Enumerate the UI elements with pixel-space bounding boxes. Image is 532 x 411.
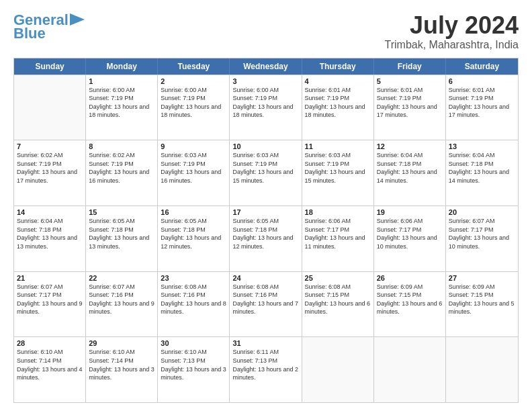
day-number: 14 (17, 208, 83, 216)
day-number: 12 (377, 142, 443, 150)
logo-arrow-icon (70, 13, 85, 26)
day-info: Sunrise: 6:10 AMSunset: 7:13 PMDaylight:… (161, 348, 226, 381)
day-number: 10 (232, 142, 298, 150)
cal-cell-w5-d3: 30Sunrise: 6:10 AMSunset: 7:13 PMDayligh… (158, 337, 230, 402)
day-info: Sunrise: 6:05 AMSunset: 7:18 PMDaylight:… (232, 217, 298, 250)
day-number: 22 (89, 274, 154, 282)
cal-cell-w3-d5: 18Sunrise: 6:06 AMSunset: 7:17 PMDayligh… (302, 206, 374, 271)
cal-cell-w2-d2: 8Sunrise: 6:02 AMSunset: 7:19 PMDaylight… (86, 140, 158, 205)
cal-cell-w4-d4: 24Sunrise: 6:08 AMSunset: 7:16 PMDayligh… (230, 272, 302, 337)
day-info: Sunrise: 6:11 AMSunset: 7:13 PMDaylight:… (232, 348, 298, 381)
day-info: Sunrise: 6:05 AMSunset: 7:18 PMDaylight:… (89, 217, 154, 250)
day-number: 28 (17, 339, 83, 347)
day-number: 27 (449, 274, 515, 282)
day-info: Sunrise: 6:08 AMSunset: 7:15 PMDaylight:… (305, 283, 371, 316)
calendar-week-4: 21Sunrise: 6:07 AMSunset: 7:17 PMDayligh… (14, 271, 518, 337)
cal-cell-w3-d1: 14Sunrise: 6:04 AMSunset: 7:18 PMDayligh… (14, 206, 86, 271)
header-monday: Monday (86, 58, 158, 75)
day-info: Sunrise: 6:05 AMSunset: 7:18 PMDaylight:… (161, 217, 226, 250)
day-info: Sunrise: 6:08 AMSunset: 7:16 PMDaylight:… (161, 283, 226, 316)
day-number: 16 (161, 208, 226, 216)
calendar: Sunday Monday Tuesday Wednesday Thursday… (13, 58, 519, 403)
day-number: 6 (449, 77, 515, 85)
cal-cell-w3-d2: 15Sunrise: 6:05 AMSunset: 7:18 PMDayligh… (86, 206, 158, 271)
day-info: Sunrise: 6:03 AMSunset: 7:19 PMDaylight:… (305, 151, 371, 185)
cal-cell-w2-d5: 11Sunrise: 6:03 AMSunset: 7:19 PMDayligh… (302, 140, 374, 205)
day-number: 23 (161, 274, 226, 282)
cal-cell-w5-d2: 29Sunrise: 6:10 AMSunset: 7:14 PMDayligh… (86, 337, 158, 402)
subtitle: Trimbak, Maharashtra, India (385, 39, 519, 51)
cal-cell-w2-d1: 7Sunrise: 6:02 AMSunset: 7:19 PMDaylight… (14, 140, 86, 205)
day-number: 2 (161, 77, 226, 85)
day-number: 30 (161, 339, 226, 347)
logo-blue-text: Blue (13, 26, 46, 42)
day-info: Sunrise: 6:03 AMSunset: 7:19 PMDaylight:… (161, 151, 226, 185)
header-sunday: Sunday (14, 58, 86, 75)
day-info: Sunrise: 6:04 AMSunset: 7:18 PMDaylight:… (449, 151, 515, 185)
cal-cell-w1-d7: 6Sunrise: 6:01 AMSunset: 7:19 PMDaylight… (446, 75, 518, 140)
day-number: 17 (232, 208, 298, 216)
day-info: Sunrise: 6:06 AMSunset: 7:17 PMDaylight:… (377, 217, 443, 250)
day-info: Sunrise: 6:08 AMSunset: 7:16 PMDaylight:… (232, 283, 298, 316)
day-number: 13 (449, 142, 515, 150)
day-number: 3 (232, 77, 298, 85)
day-number: 1 (89, 77, 154, 85)
day-info: Sunrise: 6:01 AMSunset: 7:19 PMDaylight:… (377, 86, 443, 120)
day-number: 24 (232, 274, 298, 282)
day-info: Sunrise: 6:09 AMSunset: 7:15 PMDaylight:… (377, 283, 443, 316)
cal-cell-w3-d7: 20Sunrise: 6:07 AMSunset: 7:17 PMDayligh… (446, 206, 518, 271)
svg-marker-0 (70, 13, 85, 26)
header-friday: Friday (374, 58, 446, 75)
cal-cell-w3-d3: 16Sunrise: 6:05 AMSunset: 7:18 PMDayligh… (158, 206, 230, 271)
day-number: 4 (305, 77, 371, 85)
day-info: Sunrise: 6:02 AMSunset: 7:19 PMDaylight:… (89, 151, 154, 185)
day-number: 5 (377, 77, 443, 85)
day-number: 11 (305, 142, 371, 150)
day-number: 20 (449, 208, 515, 216)
day-info: Sunrise: 6:04 AMSunset: 7:18 PMDaylight:… (377, 151, 443, 185)
cal-cell-w4-d2: 22Sunrise: 6:07 AMSunset: 7:16 PMDayligh… (86, 272, 158, 337)
day-info: Sunrise: 6:04 AMSunset: 7:18 PMDaylight:… (17, 217, 83, 250)
day-number: 8 (89, 142, 154, 150)
day-number: 26 (377, 274, 443, 282)
day-number: 31 (232, 339, 298, 347)
cal-cell-w2-d3: 9Sunrise: 6:03 AMSunset: 7:19 PMDaylight… (158, 140, 230, 205)
header-wednesday: Wednesday (230, 58, 302, 75)
day-info: Sunrise: 6:01 AMSunset: 7:19 PMDaylight:… (449, 86, 515, 120)
day-number: 15 (89, 208, 154, 216)
calendar-week-5: 28Sunrise: 6:10 AMSunset: 7:14 PMDayligh… (14, 336, 518, 402)
header-tuesday: Tuesday (158, 58, 230, 75)
cal-cell-w2-d6: 12Sunrise: 6:04 AMSunset: 7:18 PMDayligh… (374, 140, 446, 205)
cal-cell-w1-d4: 3Sunrise: 6:00 AMSunset: 7:19 PMDaylight… (230, 75, 302, 140)
cal-cell-w1-d2: 1Sunrise: 6:00 AMSunset: 7:19 PMDaylight… (86, 75, 158, 140)
day-number: 18 (305, 208, 371, 216)
header-saturday: Saturday (446, 58, 518, 75)
day-info: Sunrise: 6:00 AMSunset: 7:19 PMDaylight:… (232, 86, 298, 120)
cal-cell-w4-d5: 25Sunrise: 6:08 AMSunset: 7:15 PMDayligh… (302, 272, 374, 337)
cal-cell-w3-d4: 17Sunrise: 6:05 AMSunset: 7:18 PMDayligh… (230, 206, 302, 271)
day-info: Sunrise: 6:10 AMSunset: 7:14 PMDaylight:… (89, 348, 154, 381)
header-thursday: Thursday (302, 58, 374, 75)
calendar-week-2: 7Sunrise: 6:02 AMSunset: 7:19 PMDaylight… (14, 140, 518, 205)
header: General Blue July 2024 Trimbak, Maharash… (13, 12, 519, 51)
cal-cell-w1-d3: 2Sunrise: 6:00 AMSunset: 7:19 PMDaylight… (158, 75, 230, 140)
title-block: July 2024 Trimbak, Maharashtra, India (385, 12, 519, 51)
day-info: Sunrise: 6:00 AMSunset: 7:19 PMDaylight:… (161, 86, 226, 120)
day-info: Sunrise: 6:00 AMSunset: 7:19 PMDaylight:… (89, 86, 154, 120)
cal-cell-w1-d5: 4Sunrise: 6:01 AMSunset: 7:19 PMDaylight… (302, 75, 374, 140)
cal-cell-w4-d3: 23Sunrise: 6:08 AMSunset: 7:16 PMDayligh… (158, 272, 230, 337)
calendar-week-1: 1Sunrise: 6:00 AMSunset: 7:19 PMDaylight… (14, 75, 518, 140)
cal-cell-w1-d6: 5Sunrise: 6:01 AMSunset: 7:19 PMDaylight… (374, 75, 446, 140)
day-info: Sunrise: 6:03 AMSunset: 7:19 PMDaylight:… (232, 151, 298, 185)
page: General Blue July 2024 Trimbak, Maharash… (0, 0, 532, 411)
cal-cell-w2-d7: 13Sunrise: 6:04 AMSunset: 7:18 PMDayligh… (446, 140, 518, 205)
day-info: Sunrise: 6:06 AMSunset: 7:17 PMDaylight:… (305, 217, 371, 250)
day-number: 25 (305, 274, 371, 282)
day-number: 21 (17, 274, 83, 282)
day-info: Sunrise: 6:07 AMSunset: 7:17 PMDaylight:… (449, 217, 515, 250)
day-number: 19 (377, 208, 443, 216)
cal-cell-w4-d7: 27Sunrise: 6:09 AMSunset: 7:15 PMDayligh… (446, 272, 518, 337)
cal-cell-w5-d7 (446, 337, 518, 402)
day-number: 9 (161, 142, 226, 150)
cal-cell-w5-d4: 31Sunrise: 6:11 AMSunset: 7:13 PMDayligh… (230, 337, 302, 402)
